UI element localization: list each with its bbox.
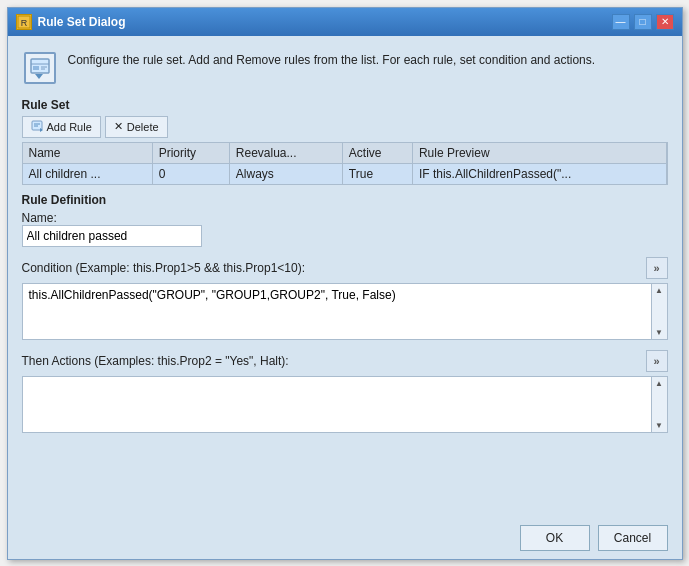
cell-active: True (342, 163, 412, 184)
delete-icon: ✕ (114, 120, 123, 133)
title-bar-left: R Rule Set Dialog (16, 14, 126, 30)
scroll-down-arrow[interactable]: ▼ (655, 328, 663, 337)
actions-scroll-up[interactable]: ▲ (655, 379, 663, 388)
scroll-up-arrow[interactable]: ▲ (655, 286, 663, 295)
rule-set-dialog: R Rule Set Dialog — □ ✕ (7, 7, 683, 560)
info-row: Configure the rule set. Add and Remove r… (22, 46, 668, 90)
col-preview: Rule Preview (412, 143, 666, 164)
actions-scrollbar[interactable]: ▲ ▼ (651, 377, 667, 432)
rules-table: Name Priority Reevalua... Active Rule Pr… (23, 143, 667, 184)
close-button[interactable]: ✕ (656, 14, 674, 30)
info-description: Configure the rule set. Add and Remove r… (68, 50, 596, 69)
actions-expand-button[interactable]: » (646, 350, 668, 372)
cell-preview: IF this.AllChildrenPassed("... (412, 163, 666, 184)
svg-marker-7 (35, 74, 43, 79)
add-rule-label: Add Rule (47, 121, 92, 133)
cancel-button[interactable]: Cancel (598, 525, 668, 551)
info-icon-container (22, 50, 58, 86)
condition-label: Condition (Example: this.Prop1>5 && this… (22, 261, 306, 275)
condition-expand-button[interactable]: » (646, 257, 668, 279)
maximize-button[interactable]: □ (634, 14, 652, 30)
rule-definition-section: Rule Definition Name: Condition (Example… (22, 193, 668, 433)
condition-scrollbar[interactable]: ▲ ▼ (651, 284, 667, 339)
add-icon (31, 120, 43, 134)
col-reevaluate: Reevalua... (229, 143, 342, 164)
cell-reevaluate: Always (229, 163, 342, 184)
actions-header-row: Then Actions (Examples: this.Prop2 = "Ye… (22, 350, 668, 372)
condition-input[interactable]: this.AllChildrenPassed("GROUP", "GROUP1,… (23, 284, 667, 336)
name-label: Name: (22, 211, 668, 225)
rule-set-section: Rule Set Add Rule ✕ Delete (22, 98, 668, 185)
actions-textarea-container: ▲ ▼ (22, 376, 668, 433)
delete-label: Delete (127, 121, 159, 133)
table-body: All children ... 0 Always True IF this.A… (23, 163, 667, 184)
rule-definition-label: Rule Definition (22, 193, 668, 207)
toolbar: Add Rule ✕ Delete (22, 116, 668, 138)
svg-text:R: R (20, 18, 27, 28)
svg-rect-4 (33, 66, 39, 70)
info-icon (24, 52, 56, 84)
title-bar: R Rule Set Dialog — □ ✕ (8, 8, 682, 36)
cell-name: All children ... (23, 163, 153, 184)
title-buttons: — □ ✕ (612, 14, 674, 30)
rule-set-label: Rule Set (22, 98, 668, 112)
delete-button[interactable]: ✕ Delete (105, 116, 168, 138)
actions-scroll-down[interactable]: ▼ (655, 421, 663, 430)
ok-button[interactable]: OK (520, 525, 590, 551)
condition-textarea-container: this.AllChildrenPassed("GROUP", "GROUP1,… (22, 283, 668, 340)
name-input[interactable] (22, 225, 202, 247)
col-name: Name (23, 143, 153, 164)
cell-priority: 0 (152, 163, 229, 184)
add-rule-button[interactable]: Add Rule (22, 116, 101, 138)
table-row[interactable]: All children ... 0 Always True IF this.A… (23, 163, 667, 184)
dialog-footer: OK Cancel (8, 517, 682, 559)
dialog-icon: R (16, 14, 32, 30)
col-active: Active (342, 143, 412, 164)
table-header-row: Name Priority Reevalua... Active Rule Pr… (23, 143, 667, 164)
dialog-title: Rule Set Dialog (38, 15, 126, 29)
actions-input[interactable] (23, 377, 667, 429)
name-field-row: Name: (22, 211, 668, 247)
actions-label: Then Actions (Examples: this.Prop2 = "Ye… (22, 354, 289, 368)
col-priority: Priority (152, 143, 229, 164)
minimize-button[interactable]: — (612, 14, 630, 30)
condition-header-row: Condition (Example: this.Prop1>5 && this… (22, 257, 668, 279)
dialog-body: Configure the rule set. Add and Remove r… (8, 36, 682, 517)
rules-table-container: Name Priority Reevalua... Active Rule Pr… (22, 142, 668, 185)
